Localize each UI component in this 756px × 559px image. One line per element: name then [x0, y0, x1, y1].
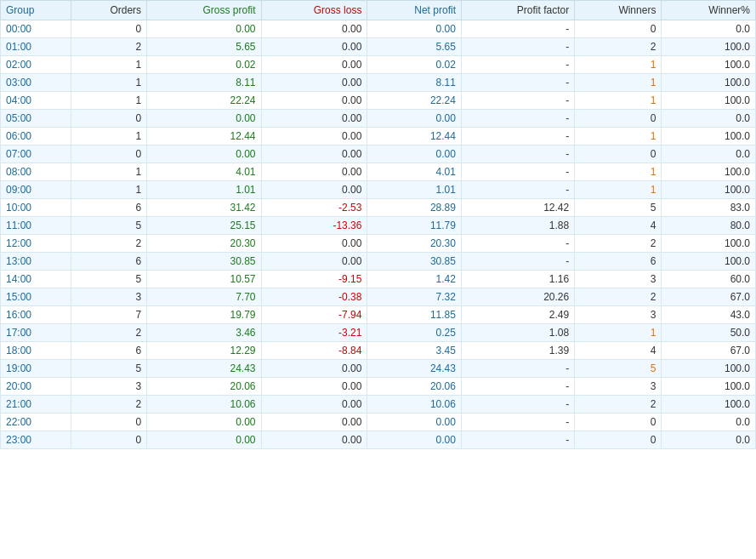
cell-orders: 2 [71, 396, 147, 414]
cell-gross-profit: 22.24 [147, 92, 261, 110]
cell-orders: 0 [71, 110, 147, 128]
cell-net-profit: 3.45 [367, 342, 462, 360]
cell-gross-loss: -3.21 [261, 324, 367, 342]
cell-winners: 0 [575, 110, 662, 128]
cell-winners: 1 [575, 128, 662, 145]
cell-orders: 2 [71, 324, 147, 342]
cell-gross-loss: 0.00 [261, 128, 367, 145]
cell-gross-profit: 24.43 [147, 360, 261, 378]
cell-profit-factor: - [461, 253, 574, 271]
col-header-orders: Orders [71, 1, 147, 20]
cell-profit-factor: - [461, 360, 574, 378]
cell-gross-loss: -0.38 [261, 288, 367, 306]
trading-stats-table: Group Orders Gross profit Gross loss Net… [0, 0, 756, 449]
cell-winner-pct: 0.0 [662, 110, 756, 128]
cell-gross-loss: 0.00 [261, 235, 367, 253]
cell-group: 16:00 [1, 306, 71, 324]
cell-group: 14:00 [1, 271, 71, 288]
cell-net-profit: 28.89 [367, 199, 462, 217]
cell-orders: 2 [71, 235, 147, 253]
cell-group: 15:00 [1, 288, 71, 306]
cell-net-profit: 7.32 [367, 288, 462, 306]
cell-winners: 1 [575, 74, 662, 92]
cell-net-profit: 0.02 [367, 56, 462, 74]
cell-winners: 0 [575, 20, 662, 38]
cell-gross-profit: 5.65 [147, 38, 261, 56]
cell-net-profit: 22.24 [367, 92, 462, 110]
cell-winners: 5 [575, 360, 662, 378]
cell-gross-profit: 30.85 [147, 253, 261, 271]
cell-winner-pct: 83.0 [662, 199, 756, 217]
col-header-gross-profit: Gross profit [147, 1, 261, 20]
cell-orders: 1 [71, 74, 147, 92]
cell-group: 18:00 [1, 342, 71, 360]
cell-winner-pct: 0.0 [662, 431, 756, 449]
cell-net-profit: 30.85 [367, 253, 462, 271]
cell-winner-pct: 67.0 [662, 342, 756, 360]
cell-gross-loss: 0.00 [261, 92, 367, 110]
cell-gross-profit: 0.00 [147, 20, 261, 38]
table-row: 13:00630.850.0030.85-6100.0 [1, 253, 756, 271]
cell-gross-profit: 25.15 [147, 217, 261, 235]
cell-group: 08:00 [1, 163, 71, 181]
cell-gross-loss: 0.00 [261, 56, 367, 74]
cell-profit-factor: - [461, 38, 574, 56]
cell-winners: 2 [575, 288, 662, 306]
cell-gross-profit: 0.00 [147, 145, 261, 163]
cell-orders: 5 [71, 360, 147, 378]
cell-profit-factor: - [461, 431, 574, 449]
cell-orders: 3 [71, 288, 147, 306]
table-row: 12:00220.300.0020.30-2100.0 [1, 235, 756, 253]
cell-gross-profit: 0.00 [147, 414, 261, 431]
cell-orders: 0 [71, 145, 147, 163]
cell-winner-pct: 0.0 [662, 20, 756, 38]
cell-gross-loss: 0.00 [261, 181, 367, 199]
cell-gross-loss: 0.00 [261, 110, 367, 128]
cell-orders: 0 [71, 20, 147, 38]
cell-winner-pct: 100.0 [662, 38, 756, 56]
cell-winners: 3 [575, 378, 662, 396]
cell-group: 11:00 [1, 217, 71, 235]
table-row: 06:00112.440.0012.44-1100.0 [1, 128, 756, 145]
cell-winner-pct: 67.0 [662, 288, 756, 306]
cell-gross-loss: 0.00 [261, 360, 367, 378]
cell-winner-pct: 100.0 [662, 360, 756, 378]
cell-profit-factor: 12.42 [461, 199, 574, 217]
cell-group: 20:00 [1, 378, 71, 396]
cell-gross-loss: 0.00 [261, 396, 367, 414]
cell-winner-pct: 0.0 [662, 145, 756, 163]
table-row: 04:00122.240.0022.24-1100.0 [1, 92, 756, 110]
cell-orders: 6 [71, 342, 147, 360]
cell-profit-factor: - [461, 20, 574, 38]
col-header-winners: Winners [575, 1, 662, 20]
cell-profit-factor: 2.49 [461, 306, 574, 324]
table-row: 08:0014.010.004.01-1100.0 [1, 163, 756, 181]
col-header-group: Group [1, 1, 71, 20]
cell-gross-loss: 0.00 [261, 38, 367, 56]
cell-profit-factor: - [461, 163, 574, 181]
cell-orders: 6 [71, 199, 147, 217]
cell-gross-loss: 0.00 [261, 414, 367, 431]
cell-gross-profit: 10.06 [147, 396, 261, 414]
cell-profit-factor: - [461, 396, 574, 414]
cell-profit-factor: - [461, 92, 574, 110]
col-header-profit-factor: Profit factor [461, 1, 574, 20]
cell-gross-loss: -13.36 [261, 217, 367, 235]
cell-group: 02:00 [1, 56, 71, 74]
cell-gross-profit: 0.00 [147, 110, 261, 128]
cell-profit-factor: 1.39 [461, 342, 574, 360]
cell-net-profit: 1.42 [367, 271, 462, 288]
cell-gross-loss: 0.00 [261, 431, 367, 449]
col-header-winner-pct: Winner% [662, 1, 756, 20]
cell-group: 17:00 [1, 324, 71, 342]
table-row: 18:00612.29-8.843.451.39467.0 [1, 342, 756, 360]
cell-winner-pct: 0.0 [662, 414, 756, 431]
cell-group: 06:00 [1, 128, 71, 145]
cell-net-profit: 24.43 [367, 360, 462, 378]
table-row: 05:0000.000.000.00-00.0 [1, 110, 756, 128]
cell-group: 19:00 [1, 360, 71, 378]
cell-net-profit: 11.85 [367, 306, 462, 324]
cell-orders: 1 [71, 92, 147, 110]
cell-orders: 5 [71, 271, 147, 288]
table-row: 20:00320.060.0020.06-3100.0 [1, 378, 756, 396]
